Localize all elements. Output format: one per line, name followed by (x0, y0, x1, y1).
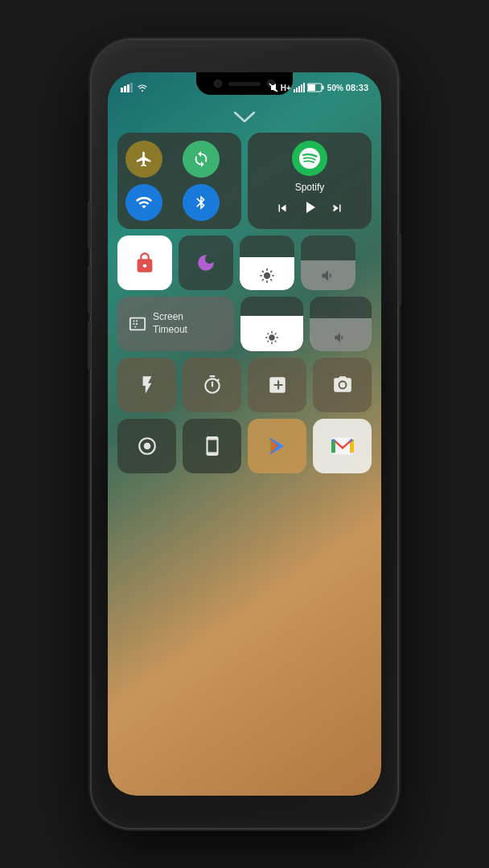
svg-rect-5 (294, 89, 295, 92)
svg-rect-6 (296, 88, 298, 92)
spotify-panel[interactable]: Spotify (248, 133, 372, 229)
status-bar: H+ 50% 08:33 (108, 72, 381, 98)
mute-icon (269, 83, 278, 92)
brightness-wide-slider[interactable] (240, 297, 303, 351)
volume-wide-slider[interactable] (310, 297, 372, 351)
play-store-button[interactable] (248, 419, 306, 473)
timer-button[interactable] (183, 358, 241, 412)
next-button[interactable] (329, 201, 345, 219)
bluetooth-button[interactable] (183, 184, 220, 221)
svg-rect-1 (124, 86, 126, 92)
play-button[interactable] (300, 198, 319, 221)
svg-rect-7 (298, 86, 300, 92)
app-row-1 (117, 358, 372, 412)
second-row (117, 235, 372, 290)
rotation-button[interactable] (183, 141, 220, 178)
airplane-mode-button[interactable] (125, 141, 162, 178)
svg-rect-11 (322, 86, 323, 90)
svg-point-13 (339, 383, 345, 388)
svg-rect-3 (130, 83, 133, 92)
app-row-2 (117, 419, 372, 473)
svg-rect-2 (127, 84, 129, 92)
signal-icon (121, 83, 134, 92)
screen-timeout-label-2: Timeout (153, 324, 187, 337)
media-controls (274, 198, 345, 221)
wifi-button[interactable] (125, 184, 162, 221)
prev-button[interactable] (274, 201, 290, 219)
rotation-lock-button[interactable] (117, 235, 172, 290)
gmail-button[interactable] (313, 419, 372, 473)
phone-device: H+ 50% 08:33 (92, 40, 397, 828)
svg-rect-8 (301, 84, 302, 92)
camera-button[interactable] (313, 358, 372, 412)
spotify-label: Spotify (295, 182, 325, 193)
top-row: Spotify (117, 133, 372, 229)
control-center: Spotify (117, 133, 372, 473)
battery-percent: 50% (327, 84, 343, 92)
third-row: Screen Timeout (117, 297, 372, 351)
collapse-chevron[interactable] (233, 108, 256, 129)
do-not-disturb-button[interactable] (179, 235, 233, 290)
status-left (121, 83, 148, 92)
screen-timeout-label: Screen (153, 311, 187, 324)
brightness-slider[interactable] (240, 235, 294, 290)
volume-slider[interactable] (301, 235, 355, 290)
connectivity-panel (117, 133, 241, 229)
signal-strength-icon (294, 83, 305, 92)
spotify-logo (292, 141, 327, 176)
network-type: H+ (281, 84, 291, 92)
svg-point-15 (143, 443, 150, 450)
svg-rect-0 (121, 88, 123, 92)
phone-screen-button[interactable] (183, 419, 241, 473)
status-right: H+ 50% 08:33 (269, 83, 368, 92)
clock: 08:33 (346, 83, 368, 92)
svg-rect-12 (308, 84, 315, 91)
svg-rect-9 (303, 83, 305, 92)
battery-icon (307, 83, 325, 92)
wifi-status-icon (137, 83, 148, 92)
phone-screen: H+ 50% 08:33 (108, 72, 381, 796)
screen-timeout-button[interactable]: Screen Timeout (117, 297, 234, 351)
screen-record-button[interactable] (117, 419, 176, 473)
calculator-button[interactable] (248, 358, 306, 412)
flashlight-button[interactable] (117, 358, 176, 412)
